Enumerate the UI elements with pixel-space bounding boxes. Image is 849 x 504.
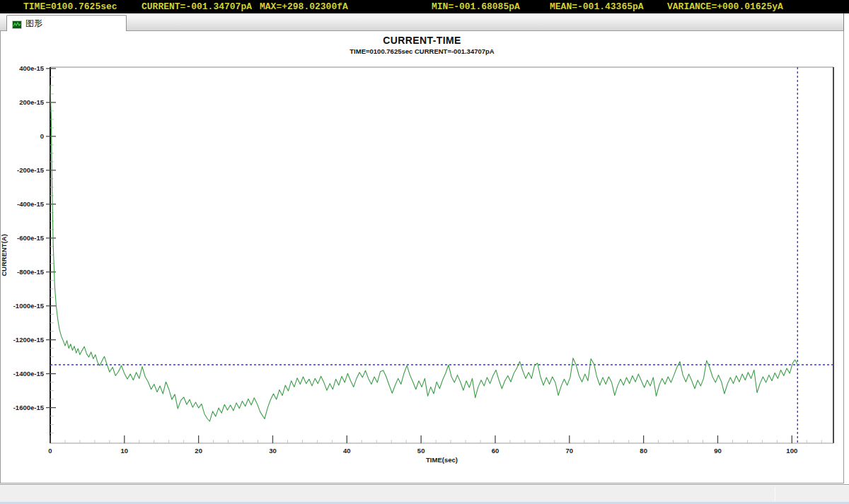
y-axis-title: CURRENT(A) [1,234,8,276]
y-tick-label: 200e-15 [19,98,45,106]
x-tick-label: 10 [121,447,129,455]
status-strip-divider [775,487,775,501]
status-field-variance: VARIANCE=+000.01625yA [667,1,783,12]
current-time-plot[interactable]: 0102030405060708090100400e-15200e-150-20… [1,60,843,470]
status-field-mean: MEAN=-001.43365pA [550,1,644,12]
x-tick-label: 20 [195,447,202,455]
status-field-time: TIME=0100.7625sec [23,1,117,12]
y-tick-label: -1200e-15 [13,336,45,344]
waveform-icon [12,19,22,28]
graph-panel: CURRENT-TIME TIME=0100.7625sec CURRENT=-… [0,31,844,484]
y-tick-label: 0 [40,132,44,140]
x-tick-label: 80 [640,447,647,455]
x-tick-label: 50 [417,447,425,455]
measurement-status-bar: TIME=0100.7625sec CURRENT=-001.34707pA M… [0,0,849,13]
y-tick-label: -400e-15 [17,200,45,208]
chart-cursor-readout: TIME=0100.7625sec CURRENT=-001.34707pA [1,47,843,55]
status-field-max: MAX=+298.02300fA [260,1,348,12]
tab-graph[interactable]: 图形 [6,15,127,31]
y-tick-label: -800e-15 [17,268,45,276]
y-tick-label: -600e-15 [17,234,45,242]
x-tick-label: 60 [492,447,499,455]
status-field-current: CURRENT=-001.34707pA [142,1,252,12]
x-tick-label: 90 [714,447,722,455]
x-tick-label: 0 [48,447,52,455]
x-tick-label: 40 [343,447,351,455]
x-tick-label: 70 [566,447,574,455]
tab-bar: 图形 [0,13,844,31]
y-tick-label: -1000e-15 [13,302,45,310]
status-field-min: MIN=-001.68085pA [432,1,520,12]
x-axis-title: TIME(sec) [426,456,458,464]
signal-trace [50,86,797,421]
tab-graph-label: 图形 [25,18,42,30]
chart-title: CURRENT-TIME [1,35,843,46]
x-tick-label: 100 [786,447,797,455]
y-tick-label: -1400e-15 [13,370,45,377]
x-tick-label: 30 [269,447,277,455]
y-tick-label: -1600e-15 [13,404,45,411]
y-tick-label: -200e-15 [17,166,45,174]
y-tick-label: 400e-15 [19,64,45,72]
bottom-status-strip [0,484,849,504]
